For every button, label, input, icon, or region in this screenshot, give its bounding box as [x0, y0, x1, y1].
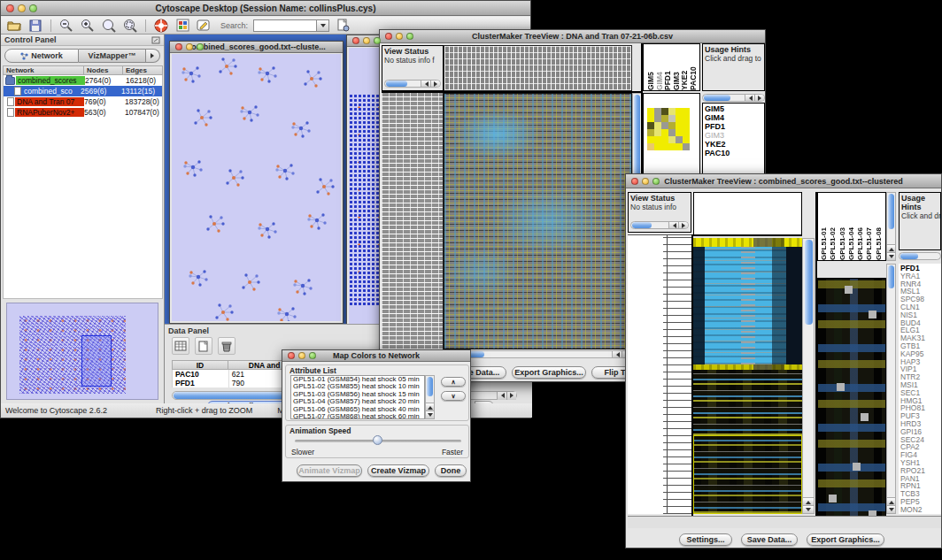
save-icon[interactable] — [27, 19, 43, 33]
zoom-heatmap-panel[interactable] — [817, 278, 886, 528]
close-button[interactable] — [352, 37, 359, 44]
scroll-up-button[interactable] — [887, 497, 895, 505]
scrollbar-thumb[interactable] — [888, 265, 894, 288]
column-edges[interactable]: Edges — [123, 65, 163, 75]
zoom-selected-icon[interactable] — [101, 19, 117, 33]
attribute-listbox[interactable]: GPL51-01 (GSM854) heat shock 05 minGPL51… — [290, 375, 425, 419]
column-nodes[interactable]: Nodes — [84, 65, 123, 75]
scroll-left-button[interactable] — [612, 350, 622, 358]
row-dendrogram[interactable] — [628, 234, 691, 514]
network-list-row[interactable]: DNA and Tran 07 769(0) 183728(0) — [4, 96, 162, 107]
column-dendrogram[interactable] — [693, 192, 802, 236]
scroll-down-button[interactable] — [426, 410, 434, 418]
network-table-header[interactable]: Network Nodes Edges — [3, 65, 163, 75]
done-button[interactable]: Done — [435, 464, 467, 477]
tab-vizmapper[interactable]: VizMapper™ — [79, 49, 146, 63]
annotation-icon[interactable] — [196, 19, 212, 33]
gene-list-panel[interactable]: PFD1YRA1RNR4MSL1SPC98CLN1NIS1BUD4ELG1MAK… — [899, 264, 941, 514]
search-config-icon[interactable] — [335, 19, 351, 33]
float-panel-icon[interactable] — [151, 36, 160, 44]
close-button[interactable] — [288, 352, 295, 359]
row-dendrogram[interactable] — [382, 93, 444, 349]
heatmap-vscrollbar[interactable] — [802, 238, 815, 514]
birdseye-viewport-rect[interactable] — [81, 335, 112, 387]
scroll-right-button[interactable] — [754, 94, 764, 102]
new-attribute-icon[interactable] — [195, 337, 212, 355]
birdseye-view[interactable] — [6, 303, 158, 400]
scroll-left-button[interactable] — [421, 80, 430, 88]
more-tabs-button[interactable] — [146, 49, 160, 63]
scrollbar-thumb[interactable] — [386, 81, 407, 87]
zoom-button[interactable] — [309, 352, 316, 359]
scroll-up-button[interactable] — [426, 403, 434, 410]
tab-network[interactable]: Network — [4, 49, 79, 63]
view-status-scrollbar[interactable] — [384, 80, 441, 88]
settings-button[interactable]: Settings... — [679, 533, 732, 546]
network-list-row[interactable]: RNAPuberNov2+ 563(0) 107847(0) — [4, 107, 162, 118]
scroll-down-button[interactable] — [887, 252, 895, 260]
network-list-row[interactable]: combined_sco 2569(6) 13112(15) — [4, 86, 162, 96]
usage-hints-scrollbar[interactable] — [702, 94, 765, 102]
search-dropdown-button[interactable] — [317, 19, 329, 32]
network-list-row[interactable]: combined_scores 2764(0) 16218(0) — [4, 75, 162, 86]
similarity-matrix[interactable] — [647, 108, 690, 150]
column-network[interactable]: Network — [3, 65, 84, 75]
heatmap-canvas[interactable] — [444, 93, 632, 349]
scroll-left-button[interactable] — [745, 94, 754, 102]
search-input[interactable] — [253, 19, 317, 32]
scrollbar-thumb[interactable] — [704, 95, 730, 101]
column-labels-panel[interactable]: GIM5GIM4PFD1GIM3YKE2PAC10 — [643, 43, 700, 91]
heatmap-hscrollbar[interactable] — [444, 350, 632, 358]
view-status-scrollbar[interactable] — [630, 221, 689, 229]
zoom-in-icon[interactable] — [80, 19, 96, 33]
scrollbar-thumb[interactable] — [632, 222, 652, 228]
animate-vizmap-button[interactable]: Animate Vizmap — [297, 464, 362, 477]
scroll-down-button[interactable] — [803, 505, 814, 513]
attribute-item[interactable]: GPL51-07 (GSM868) heat shock 60 min — [291, 413, 424, 419]
move-down-button[interactable]: ∨ — [441, 391, 466, 401]
minimize-button[interactable] — [186, 43, 193, 50]
gene-list-panel[interactable]: GIM5GIM4PFD1GIM3YKE2PAC10 — [702, 103, 765, 176]
zoom-button[interactable] — [406, 33, 413, 40]
create-vizmap-button[interactable]: Create Vizmap — [367, 464, 429, 477]
column-labels-scrollbar[interactable] — [886, 192, 896, 261]
zoom-button[interactable] — [374, 37, 381, 44]
scroll-right-button[interactable] — [678, 221, 688, 229]
scrollbar-thumb[interactable] — [427, 377, 433, 396]
close-button[interactable] — [631, 178, 638, 185]
scroll-left-button[interactable] — [668, 221, 678, 229]
column-labels-panel[interactable]: GPL51-01 (GSM854)GPL51-02 (GSM855)GPL51-… — [817, 192, 886, 261]
speed-slider-thumb[interactable] — [373, 435, 382, 445]
export-graphics-button[interactable]: Export Graphics... — [512, 366, 586, 379]
minimize-button[interactable] — [18, 4, 26, 12]
scroll-left-button[interactable] — [497, 392, 506, 400]
minimize-button[interactable] — [298, 352, 305, 359]
usage-hints-scrollbar[interactable] — [899, 252, 941, 260]
minimize-button[interactable] — [396, 33, 403, 40]
column-id[interactable]: ID — [172, 360, 228, 370]
main-title-bar[interactable]: Cytoscape Desktop (Session Name: collins… — [1, 1, 530, 16]
column-dendrogram[interactable] — [444, 45, 632, 91]
zoom-fit-icon[interactable] — [122, 19, 138, 33]
scroll-up-button[interactable] — [803, 497, 814, 505]
close-button[interactable] — [175, 43, 182, 50]
scrollbar-thumb[interactable] — [888, 194, 894, 229]
zoom-out-icon[interactable] — [58, 19, 74, 33]
dialog-title-bar[interactable]: Map Colors to Network — [282, 350, 470, 362]
attribute-list-scrollbar[interactable] — [425, 375, 435, 419]
zoom-panel-scrollbar[interactable] — [886, 264, 896, 514]
help-lifering-icon[interactable] — [153, 19, 169, 33]
delete-attribute-trash-icon[interactable] — [218, 337, 236, 355]
close-button[interactable] — [6, 4, 14, 12]
scroll-up-button[interactable] — [887, 244, 895, 252]
zoom-button[interactable] — [197, 43, 204, 50]
heatmap-selection-box[interactable] — [693, 435, 802, 514]
network-view-title-bar[interactable]: combined_scores_good.txt--cluste... — [170, 42, 343, 53]
minimize-button[interactable] — [642, 178, 649, 185]
zoom-button[interactable] — [652, 178, 660, 185]
scroll-right-button[interactable] — [506, 392, 516, 400]
close-button[interactable] — [385, 33, 392, 40]
treeview2-title-bar[interactable]: ClusterMaker TreeView : combined_scores_… — [626, 174, 941, 188]
export-graphics-button[interactable]: Export Graphics... — [807, 533, 884, 546]
scroll-down-button[interactable] — [887, 505, 895, 513]
